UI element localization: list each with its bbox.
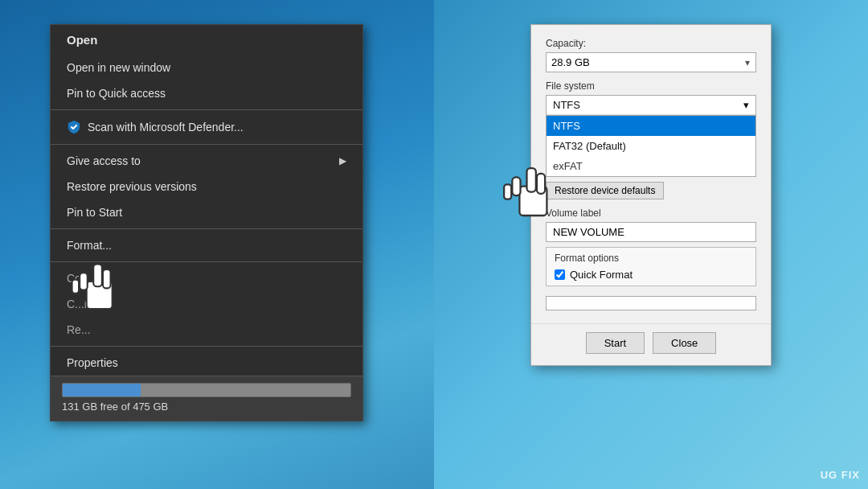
menu-item-give-access[interactable]: Give access to ▶ xyxy=(51,148,362,174)
menu-item-pin-start[interactable]: Pin to Start xyxy=(51,199,362,225)
menu-item-copy[interactable]: Co... xyxy=(51,265,362,291)
menu-item-open[interactable]: Open xyxy=(51,25,362,55)
context-menu: Open Open in new window Pin to Quick acc… xyxy=(50,24,363,421)
dialog-body: Capacity: 28.9 GB File system NTFS ▾ NTF… xyxy=(531,25,771,323)
disk-bar-track xyxy=(62,383,351,397)
capacity-select-wrapper: 28.9 GB xyxy=(546,52,756,72)
start-button[interactable]: Start xyxy=(586,332,645,354)
filesystem-option-exfat[interactable]: exFAT xyxy=(547,156,755,176)
separator-3 xyxy=(51,228,362,229)
filesystem-selected-value: NTFS xyxy=(553,99,580,111)
filesystem-label: File system xyxy=(546,80,756,92)
format-options-title: Format options xyxy=(555,253,747,264)
quick-format-row: Quick Format xyxy=(555,269,747,281)
menu-item-restore-versions[interactable]: Restore previous versions xyxy=(51,174,362,199)
submenu-arrow: ▶ xyxy=(339,155,346,166)
menu-item-format[interactable]: Format... xyxy=(51,232,362,258)
progress-bar xyxy=(546,296,756,310)
restore-defaults-button[interactable]: Restore device defaults xyxy=(546,182,664,199)
filesystem-option-ntfs[interactable]: NTFS xyxy=(547,116,755,136)
menu-item-pin-quick-access[interactable]: Pin to Quick access xyxy=(51,80,362,106)
menu-item-create-shortcut[interactable]: C...rtcut xyxy=(51,291,362,317)
capacity-label: Capacity: xyxy=(546,38,756,49)
filesystem-dropdown-list: NTFS FAT32 (Default) exFAT xyxy=(546,116,756,177)
quick-format-checkbox[interactable] xyxy=(555,269,565,280)
filesystem-dropdown[interactable]: NTFS ▾ NTFS FAT32 (Default) exFAT xyxy=(546,95,756,116)
dialog-footer: Start Close xyxy=(531,323,771,365)
disk-bar-area: 131 GB free of 475 GB xyxy=(51,376,362,421)
separator-4 xyxy=(51,261,362,262)
filesystem-dropdown-box[interactable]: NTFS ▾ xyxy=(546,95,756,116)
close-button[interactable]: Close xyxy=(653,332,716,354)
disk-bar-fill xyxy=(63,384,141,397)
volume-input[interactable] xyxy=(546,222,756,242)
filesystem-option-fat32[interactable]: FAT32 (Default) xyxy=(547,136,755,156)
filesystem-dropdown-arrow: ▾ xyxy=(743,99,749,111)
menu-item-scan-defender[interactable]: Scan with Microsoft Defender... xyxy=(51,113,362,141)
format-options-box: Format options Quick Format xyxy=(546,247,756,286)
menu-item-properties[interactable]: Properties xyxy=(51,350,362,376)
filesystem-dropdown-header[interactable]: NTFS ▾ xyxy=(547,96,755,115)
volume-label: Volume label xyxy=(546,208,756,219)
separator-5 xyxy=(51,346,362,347)
capacity-select[interactable]: 28.9 GB xyxy=(546,52,756,72)
defender-icon xyxy=(67,120,81,134)
disk-bar-label: 131 GB free of 475 GB xyxy=(62,401,351,413)
quick-format-label: Quick Format xyxy=(570,269,633,281)
menu-item-open-new-window[interactable]: Open in new window xyxy=(51,55,362,80)
watermark: UG FIX xyxy=(821,469,860,481)
separator-1 xyxy=(51,109,362,110)
separator-2 xyxy=(51,144,362,145)
menu-item-rename[interactable]: Re... xyxy=(51,317,362,343)
format-dialog: Capacity: 28.9 GB File system NTFS ▾ NTF… xyxy=(530,24,772,366)
restore-defaults-row: Restore device defaults xyxy=(546,180,756,199)
